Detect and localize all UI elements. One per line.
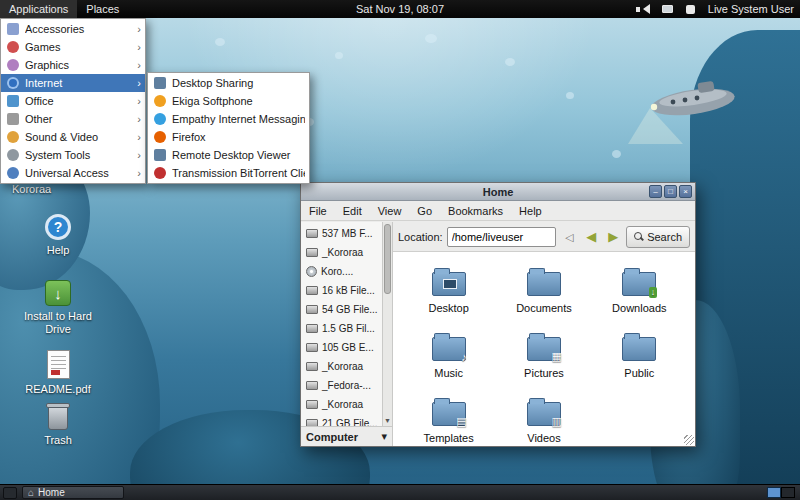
menu-item-other[interactable]: Other › (1, 110, 145, 128)
drive-icon (306, 324, 318, 333)
search-button[interactable]: Search (626, 226, 690, 248)
transmission-icon (154, 167, 166, 179)
submenu-arrow-icon: › (137, 149, 141, 161)
clock[interactable]: Sat Nov 19, 08:07 (356, 0, 444, 18)
folder-downloads[interactable]: ↓ Downloads (594, 266, 684, 314)
submenu-arrow-icon: › (137, 41, 141, 53)
menu-view[interactable]: View (370, 201, 410, 221)
scroll-down-arrow-icon[interactable]: ▼ (383, 416, 392, 426)
empathy-icon (154, 113, 166, 125)
minimize-button[interactable]: – (649, 185, 662, 198)
menu-help[interactable]: Help (511, 201, 550, 221)
window-resize-grip[interactable] (684, 435, 694, 445)
network-icon[interactable] (662, 5, 673, 13)
menu-item-internet[interactable]: Internet › (1, 74, 145, 92)
location-input[interactable] (447, 227, 556, 247)
sidebar-volume-row[interactable]: 16 kB File... (301, 281, 382, 300)
submenu-arrow-icon: › (137, 59, 141, 71)
pdf-document-icon (47, 350, 70, 379)
drive-icon (306, 248, 318, 257)
sidebar-volume-row[interactable]: 54 GB File... (301, 300, 382, 319)
workspace-2[interactable] (781, 487, 795, 498)
scrollbar-thumb[interactable] (384, 224, 391, 294)
sidebar-volume-row[interactable]: _Fedora-... (301, 376, 382, 395)
firefox-icon (154, 131, 166, 143)
back-button[interactable]: ◀ (582, 227, 600, 247)
volume-icon[interactable] (636, 4, 649, 14)
submenu-item-empathy[interactable]: Empathy Internet Messaging (148, 110, 309, 128)
folder-public[interactable]: Public (594, 331, 684, 379)
folder-icon: ▤ (432, 402, 466, 426)
close-button[interactable]: × (679, 185, 692, 198)
sidebar-volume-row[interactable]: 537 MB F... (301, 224, 382, 243)
pebble (566, 92, 574, 99)
desktop-sharing-icon (154, 77, 166, 89)
places-menu-button[interactable]: Places (77, 0, 128, 18)
desktop-volume-label[interactable]: Kororaa (12, 183, 51, 195)
menu-item-universal-access[interactable]: Universal Access › (1, 164, 145, 182)
top-panel: Applications Places Sat Nov 19, 08:07 Li… (0, 0, 800, 18)
folder-icon (432, 272, 466, 296)
folder-pictures[interactable]: ▦ Pictures (499, 331, 589, 379)
drive-icon (306, 381, 318, 390)
internet-globe-icon (7, 77, 19, 89)
folder-templates[interactable]: ▤ Templates (404, 396, 494, 444)
submenu-item-remote-desktop-viewer[interactable]: Remote Desktop Viewer (148, 146, 309, 164)
submenu-item-transmission[interactable]: Transmission BitTorrent Client (148, 164, 309, 182)
folder-videos[interactable]: ▥ Videos (499, 396, 589, 444)
submenu-item-firefox[interactable]: Firefox (148, 128, 309, 146)
menu-file[interactable]: File (301, 201, 335, 221)
search-icon (634, 232, 643, 241)
sidebar-volume-row[interactable]: _Kororaa (301, 243, 382, 262)
taskbar-window-button[interactable]: ⌂ Home (22, 486, 124, 499)
menu-bookmarks[interactable]: Bookmarks (440, 201, 511, 221)
menu-edit[interactable]: Edit (335, 201, 370, 221)
sidebar-volume-row[interactable]: 1.5 GB Fil... (301, 319, 382, 338)
window-titlebar[interactable]: Home – □ × (301, 183, 695, 201)
maximize-button[interactable]: □ (664, 185, 677, 198)
submenu-arrow-icon: › (137, 113, 141, 125)
drive-icon (306, 362, 318, 371)
desktop-icon-readme[interactable]: README.pdf (20, 350, 96, 396)
submenu-arrow-icon: › (137, 23, 141, 35)
sidebar-volume-row[interactable]: _Kororaa (301, 395, 382, 414)
submenu-item-ekiga[interactable]: Ekiga Softphone (148, 92, 309, 110)
menu-item-sound-video[interactable]: Sound & Video › (1, 128, 145, 146)
folder-desktop[interactable]: Desktop (404, 266, 494, 314)
desktop-icon-help[interactable]: ? Help (30, 214, 86, 257)
pebble (335, 52, 343, 59)
sidebar-volume-row[interactable]: 21 GB File... (301, 414, 382, 426)
menu-item-games[interactable]: Games › (1, 38, 145, 56)
folder-documents[interactable]: Documents (499, 266, 589, 314)
sidebar-scrollbar[interactable]: ▼ (382, 222, 392, 426)
menu-item-graphics[interactable]: Graphics › (1, 56, 145, 74)
clear-location-icon[interactable]: ◁ (560, 227, 578, 247)
desktop-icon-install[interactable]: ↓ Install to Hard Drive (10, 280, 106, 335)
folder-icon-grid: Desktop Documents ↓ Downloads (393, 252, 695, 446)
submenu-item-desktop-sharing[interactable]: Desktop Sharing (148, 74, 309, 92)
sidebar-volume-row[interactable]: 105 GB E... (301, 338, 382, 357)
photo-emblem-icon: ▦ (552, 350, 562, 363)
folder-icon: ↓ (622, 272, 656, 296)
menu-go[interactable]: Go (409, 201, 440, 221)
folder-icon: ▦ (527, 337, 561, 361)
forward-button[interactable]: ▶ (604, 227, 622, 247)
user-menu-button[interactable]: Live System User (708, 3, 794, 15)
menu-item-office[interactable]: Office › (1, 92, 145, 110)
show-desktop-button[interactable] (3, 487, 17, 499)
workspace-1[interactable] (767, 487, 781, 498)
submenu-arrow-icon: › (137, 77, 141, 89)
menu-item-accessories[interactable]: Accessories › (1, 20, 145, 38)
submenu-arrow-icon: › (137, 167, 141, 179)
graphics-icon (7, 59, 19, 71)
folder-icon: ▥ (527, 402, 561, 426)
desktop-icon-trash[interactable]: Trash (30, 406, 86, 447)
sidebar-volume-row[interactable]: Koro.... (301, 262, 382, 281)
applications-menu-button[interactable]: Applications (0, 0, 77, 18)
folder-music[interactable]: ♪ Music (404, 331, 494, 379)
menu-item-system-tools[interactable]: System Tools › (1, 146, 145, 164)
sidebar-volume-row[interactable]: _Kororaa (301, 357, 382, 376)
places-sidebar: 537 MB F... _Kororaa Koro.... 16 kB File… (301, 222, 393, 446)
sidebar-mode-selector[interactable]: Computer ▾ (301, 426, 392, 446)
trash-icon (48, 406, 68, 430)
